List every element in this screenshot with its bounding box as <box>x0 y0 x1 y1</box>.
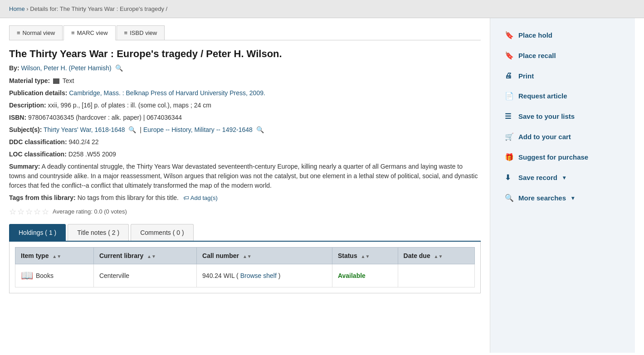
isbn-label: ISBN: <box>9 114 26 121</box>
tab-marc-view[interactable]: ≡ MARC view <box>63 25 116 40</box>
tab-isbd-view[interactable]: ≡ ISBD view <box>117 25 165 40</box>
more-searches-button[interactable]: 🔍 More searches <box>498 188 628 208</box>
publication-label: Publication details: <box>9 89 67 97</box>
holdings-tabs: Holdings ( 1 ) Title notes ( 2 ) Comment… <box>9 224 481 242</box>
breadcrumb: Home › Details for: The Thirty Years War… <box>0 0 644 18</box>
material-type-label: Material type: <box>9 77 50 84</box>
add-to-cart-button[interactable]: 🛒 Add to your cart <box>498 127 628 146</box>
book-title: The Thirty Years War : Europe's tragedy … <box>9 48 481 61</box>
save-record-icon: ⬇ <box>505 173 514 182</box>
book-icon: 📖 <box>21 270 33 282</box>
ddc-value: 940.2/4 22 <box>68 138 98 146</box>
cell-date-due <box>398 264 474 287</box>
tab-holdings[interactable]: Holdings ( 1 ) <box>9 224 66 241</box>
cell-call-number: 940.24 WIL ( Browse shelf ) <box>197 264 332 287</box>
loc-value: D258 .W55 2009 <box>68 151 116 158</box>
more-searches-icon: 🔍 <box>505 194 514 202</box>
isbd-view-icon: ≡ <box>124 29 128 36</box>
material-type-icon <box>53 78 59 84</box>
description-value: xxii, 996 p., [16] p. of plates : ill. (… <box>48 102 211 109</box>
suggest-purchase-icon: 🎁 <box>505 153 514 161</box>
status-value: Available <box>338 272 366 279</box>
print-button[interactable]: 🖨 Print <box>498 66 628 85</box>
rating-row: ☆ ☆ ☆ ☆ ☆ Average rating: 0.0 (0 votes) <box>9 207 481 217</box>
place-recall-icon: 🔖 <box>505 51 514 60</box>
publication-link[interactable]: Cambridge, Mass. : Belknap Press of Harv… <box>69 89 265 97</box>
star-1[interactable]: ☆ <box>9 207 16 217</box>
cell-status: Available <box>332 264 398 287</box>
save-to-lists-icon: ☰ <box>505 112 514 121</box>
isbn-row: ISBN: 9780674036345 (hardcover : alk. pa… <box>9 113 481 122</box>
loc-row: LOC classification: D258 .W55 2009 <box>9 150 481 159</box>
request-article-icon: 📄 <box>505 92 514 100</box>
table-header-row: Item type ▲▼ Current library ▲▼ Call num… <box>15 247 475 264</box>
sort-library-icon: ▲▼ <box>147 254 156 259</box>
col-current-library[interactable]: Current library ▲▼ <box>93 247 196 264</box>
item-type-label: Books <box>36 272 54 279</box>
save-to-lists-button[interactable]: ☰ Save to your lists <box>498 107 628 126</box>
breadcrumb-home[interactable]: Home <box>9 5 25 12</box>
summary-row: Summary: A deadly continental struggle, … <box>9 162 481 190</box>
breadcrumb-current: Details for: The Thirty Years War : Euro… <box>30 5 167 12</box>
star-3[interactable]: ☆ <box>25 207 33 217</box>
subject1-link[interactable]: Thirty Years' War, 1618-1648 <box>44 126 125 133</box>
tags-text: No tags from this library for this title… <box>78 194 179 201</box>
content-area: ≡ Normal view ≡ MARC view ≡ ISBD view Th… <box>0 18 490 353</box>
author-line: By: Wilson, Peter H. (Peter Hamish) 🔍 <box>9 64 481 72</box>
ddc-label: DDC classification: <box>9 138 67 146</box>
material-type-row: Material type: Text <box>9 76 481 86</box>
by-label: By: <box>9 64 20 72</box>
book-icon-container: 📖 Books <box>21 270 54 282</box>
material-type-value: Text <box>63 77 74 84</box>
sort-date-icon: ▲▼ <box>434 254 443 259</box>
view-tabs: ≡ Normal view ≡ MARC view ≡ ISBD view <box>9 25 481 40</box>
tab-normal-view[interactable]: ≡ Normal view <box>9 25 63 40</box>
isbn-value: 9780674036345 (hardcover : alk. paper) |… <box>28 114 182 121</box>
tab-comments[interactable]: Comments ( 0 ) <box>131 224 193 241</box>
sort-status-icon: ▲▼ <box>361 254 370 259</box>
col-status[interactable]: Status ▲▼ <box>332 247 398 264</box>
suggest-purchase-button[interactable]: 🎁 Suggest for purchase <box>498 147 628 167</box>
author-link[interactable]: Wilson, Peter H. (Peter Hamish) <box>21 64 111 72</box>
col-call-number[interactable]: Call number ▲▼ <box>197 247 332 264</box>
star-5[interactable]: ☆ <box>42 207 49 217</box>
library-value: Centerville <box>99 272 129 279</box>
place-hold-icon: 🔖 <box>505 31 514 39</box>
summary-text: A deadly continental struggle, the Thirt… <box>9 163 478 189</box>
add-to-cart-icon: 🛒 <box>505 132 514 141</box>
sort-item-type-icon: ▲▼ <box>52 254 61 259</box>
breadcrumb-separator: › <box>26 5 28 12</box>
tag-icon: 🏷 <box>183 195 189 201</box>
description-row: Description: xxii, 996 p., [16] p. of pl… <box>9 101 481 110</box>
save-record-button[interactable]: ⬇ Save record <box>498 168 628 187</box>
cell-library: Centerville <box>93 264 196 287</box>
author-search-icon[interactable]: 🔍 <box>115 64 123 72</box>
place-hold-button[interactable]: 🔖 Place hold <box>498 25 628 45</box>
star-4[interactable]: ☆ <box>34 207 41 217</box>
print-icon: 🖨 <box>505 72 514 80</box>
description-label: Description: <box>9 102 46 109</box>
subject2-link[interactable]: Europe -- History, Military -- 1492-1648 <box>143 126 253 133</box>
star-2[interactable]: ☆ <box>17 207 24 217</box>
holdings-table: Item type ▲▼ Current library ▲▼ Call num… <box>15 247 475 287</box>
col-date-due[interactable]: Date due ▲▼ <box>398 247 474 264</box>
star-rating[interactable]: ☆ ☆ ☆ ☆ ☆ <box>9 207 49 217</box>
normal-view-icon: ≡ <box>17 29 20 36</box>
rating-text: Average rating: 0.0 (0 votes) <box>53 208 127 215</box>
place-recall-button[interactable]: 🔖 Place recall <box>498 46 628 65</box>
browse-shelf-link[interactable]: Browse shelf <box>240 272 277 279</box>
publication-row: Publication details: Cambridge, Mass. : … <box>9 88 481 98</box>
col-item-type[interactable]: Item type ▲▼ <box>15 247 94 264</box>
subject2-search-icon[interactable]: 🔍 <box>256 126 264 133</box>
tags-label: Tags from this library: <box>9 194 76 201</box>
add-tag-button[interactable]: 🏷 Add tag(s) <box>183 195 218 201</box>
subjects-label: Subject(s): <box>9 126 42 133</box>
cell-item-type: 📖 Books <box>15 264 94 287</box>
summary-label: Summary: <box>9 163 40 170</box>
ddc-row: DDC classification: 940.2/4 22 <box>9 137 481 147</box>
tab-title-notes[interactable]: Title notes ( 2 ) <box>68 224 129 241</box>
tags-row: Tags from this library: No tags from thi… <box>9 194 481 201</box>
subject1-search-icon[interactable]: 🔍 <box>128 126 136 133</box>
request-article-button[interactable]: 📄 Request article <box>498 86 628 106</box>
sort-call-number-icon: ▲▼ <box>243 254 252 259</box>
